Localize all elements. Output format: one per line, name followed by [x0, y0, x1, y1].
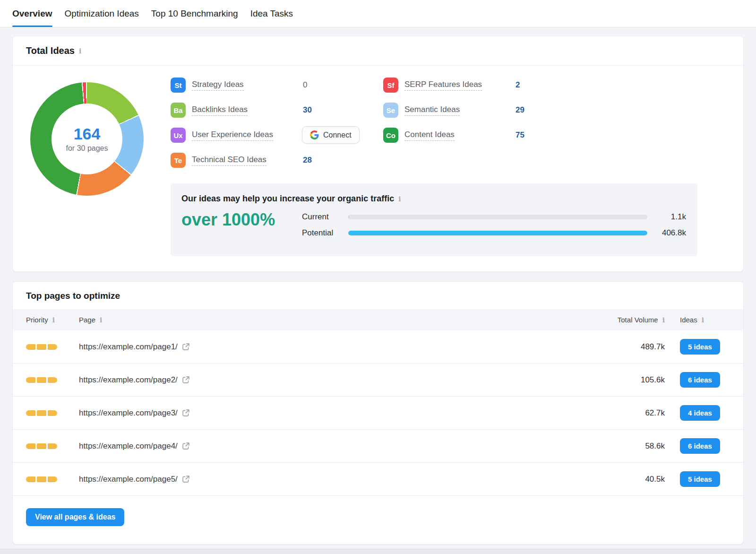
priority-segment — [26, 443, 35, 449]
table-row: https://example.com/page3/62.7k4 ideas — [13, 397, 743, 430]
priority-segment — [48, 410, 57, 416]
ideas-column-1: StStrategy Ideas0BaBacklinks Ideas30UxUs… — [171, 78, 383, 178]
bar-value: 406.8k — [647, 228, 686, 238]
idea-category-row: StStrategy Ideas0 — [171, 78, 383, 93]
ba-category-icon: Ba — [171, 103, 186, 118]
se-category-icon: Se — [383, 103, 398, 118]
volume-info-icon[interactable]: i — [662, 317, 665, 323]
traffic-info-icon[interactable]: i — [398, 196, 401, 202]
bar-value: 1.1k — [647, 212, 686, 222]
category-label[interactable]: Semantic Ideas — [404, 105, 460, 116]
tab-bar: OverviewOptimization IdeasTop 10 Benchma… — [0, 0, 756, 27]
header-total-volume: Total Volume i — [594, 316, 665, 324]
table-row: https://example.com/page4/58.6k6 ideas — [13, 430, 743, 463]
category-label[interactable]: SERP Features Ideas — [404, 80, 482, 91]
tab-overview[interactable]: Overview — [12, 0, 52, 27]
header-ideas-label: Ideas — [680, 316, 697, 324]
sf-category-icon: Sf — [383, 78, 398, 93]
idea-category-row: TeTechnical SEO Ideas28 — [171, 153, 383, 168]
ideas-count-button[interactable]: 5 ideas — [680, 339, 720, 355]
page-cell: https://example.com/page5/ — [79, 475, 594, 484]
total-volume-value: 489.7k — [641, 342, 665, 352]
view-all-pages-button[interactable]: View all pages & ideas — [26, 508, 124, 526]
priority-segment — [48, 443, 57, 449]
header-ideas: Ideas i — [680, 316, 730, 324]
external-link-icon[interactable] — [182, 376, 190, 384]
category-count[interactable]: 75 — [515, 130, 524, 140]
priority-segment — [37, 377, 46, 383]
external-link-icon[interactable] — [182, 475, 190, 483]
page-url[interactable]: https://example.com/page2/ — [79, 375, 178, 385]
ideas-count-button[interactable]: 4 ideas — [680, 405, 720, 421]
page-cell: https://example.com/page2/ — [79, 375, 594, 385]
bar-track — [348, 231, 647, 235]
header-page-label: Page — [79, 316, 95, 324]
external-link-icon[interactable] — [182, 343, 190, 351]
category-count: 0 — [303, 80, 307, 90]
total-ideas-info-icon[interactable]: i — [79, 48, 81, 54]
priority-indicator — [26, 476, 57, 482]
category-label[interactable]: Content Ideas — [404, 130, 455, 141]
page-content: Total Ideas i 164 for 30 pages StStrateg… — [0, 27, 756, 545]
category-label[interactable]: Backlinks Ideas — [192, 105, 248, 116]
category-count[interactable]: 28 — [303, 156, 312, 165]
volume-cell: 40.5k — [594, 475, 665, 484]
tab-optimization-ideas[interactable]: Optimization Ideas — [65, 0, 139, 27]
priority-cell — [26, 443, 79, 449]
priority-segment — [48, 377, 57, 383]
pages-table-body: https://example.com/page1/489.7k5 ideash… — [13, 330, 743, 496]
ideas-count-button[interactable]: 5 ideas — [680, 471, 720, 487]
traffic-panel: Our ideas may help you increase your org… — [171, 183, 697, 256]
category-count[interactable]: 2 — [515, 80, 520, 90]
category-count[interactable]: 30 — [303, 105, 312, 115]
priority-cell — [26, 377, 79, 383]
page-url[interactable]: https://example.com/page4/ — [79, 441, 178, 451]
tab-idea-tasks[interactable]: Idea Tasks — [250, 0, 293, 27]
ideas-count-button[interactable]: 6 ideas — [680, 438, 720, 454]
tab-top-10-benchmarking[interactable]: Top 10 Benchmarking — [151, 0, 238, 27]
external-link-icon[interactable] — [182, 409, 190, 417]
ideas-cell: 5 ideas — [680, 339, 730, 355]
donut-total-value: 164 — [74, 125, 101, 143]
priority-segment — [48, 476, 57, 482]
priority-segment — [48, 344, 57, 350]
table-footer: View all pages & ideas — [13, 496, 743, 544]
category-label[interactable]: Strategy Ideas — [192, 80, 244, 91]
google-connect-button[interactable]: Connect — [302, 126, 360, 144]
priority-segment — [26, 344, 35, 350]
bar-fill — [348, 215, 349, 219]
ideas-cell: 4 ideas — [680, 405, 730, 421]
priority-cell — [26, 410, 79, 416]
total-volume-value: 40.5k — [645, 475, 665, 484]
idea-category-row: SfSERP Features Ideas2 — [383, 78, 743, 93]
page-info-icon[interactable]: i — [100, 317, 102, 323]
priority-segment — [37, 344, 46, 350]
donut-column: 164 for 30 pages — [30, 78, 144, 256]
ideas-info-icon[interactable]: i — [702, 317, 704, 323]
page-url[interactable]: https://example.com/page5/ — [79, 475, 178, 484]
volume-cell: 62.7k — [594, 408, 665, 418]
traffic-content: over 1000% Current1.1kPotential406.8k — [181, 210, 686, 243]
table-row: https://example.com/page2/105.6k6 ideas — [13, 364, 743, 397]
total-volume-value: 62.7k — [645, 408, 665, 418]
category-label[interactable]: User Experience Ideas — [192, 130, 273, 141]
category-count[interactable]: 29 — [515, 105, 524, 115]
total-ideas-card: Total Ideas i 164 for 30 pages StStrateg… — [12, 36, 744, 272]
ideas-count-button[interactable]: 6 ideas — [680, 372, 720, 388]
external-link-icon[interactable] — [182, 442, 190, 450]
page-url[interactable]: https://example.com/page3/ — [79, 408, 178, 418]
ideas-area: StStrategy Ideas0BaBacklinks Ideas30UxUs… — [171, 78, 743, 256]
bottom-divider — [0, 549, 756, 554]
traffic-title-row: Our ideas may help you increase your org… — [181, 194, 686, 204]
header-page: Page i — [79, 316, 594, 324]
idea-category-row: BaBacklinks Ideas30 — [171, 103, 383, 118]
total-volume-value: 105.6k — [641, 375, 665, 385]
bar-track — [348, 215, 647, 219]
category-label[interactable]: Technical SEO Ideas — [192, 155, 266, 166]
total-volume-value: 58.6k — [645, 441, 665, 451]
priority-info-icon[interactable]: i — [52, 317, 55, 323]
priority-indicator — [26, 377, 57, 383]
connect-button-label: Connect — [323, 131, 352, 139]
page-url[interactable]: https://example.com/page1/ — [79, 342, 178, 352]
traffic-bars: Current1.1kPotential406.8k — [302, 210, 686, 243]
